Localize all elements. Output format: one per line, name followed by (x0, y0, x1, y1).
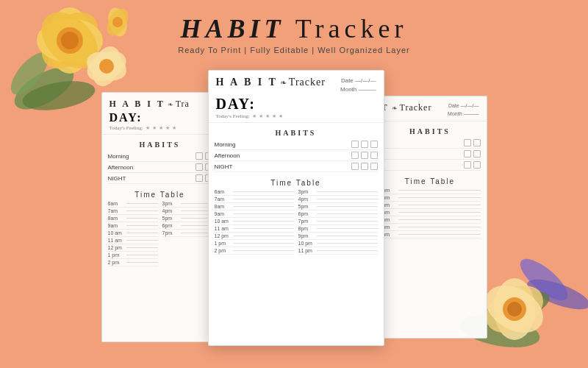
center-month-line: Month ——— (340, 85, 376, 94)
center-habits-title: HABITS (215, 129, 378, 137)
right-habits-section: HABITS (374, 121, 487, 174)
left-card: H A B I T ❧ Tra DAY: Today's Feeling: ★★… (101, 92, 219, 342)
center-heart-icon: ❧ (280, 78, 287, 88)
main-title: HABIT Tracker (0, 13, 588, 44)
center-habit-afternoon: Afternoon (215, 150, 378, 161)
center-card: H A B I T ❧ Tracker Date —/—/— Month ———… (208, 70, 384, 346)
title-light: Tracker (285, 14, 408, 43)
right-tracker-label: Tracker (400, 102, 432, 113)
center-timetable: Time Table 6am 7am 8am 9am 10 am 11 am 1… (209, 175, 384, 256)
left-habit-afternoon-label: Afternoon (108, 164, 145, 171)
left-timetable: Time Table 6am 7am 8am 9am 10 am 11 am 1… (102, 187, 218, 268)
center-card-header: H A B I T ❧ Tracker Date —/—/— Month ———… (209, 71, 384, 123)
center-habit-afternoon-label: Afternoon (215, 152, 251, 159)
right-habit-1 (380, 138, 481, 149)
title-area: HABIT Tracker Ready To Print | Fully Edi… (0, 13, 588, 54)
left-day-label: DAY: (110, 111, 211, 124)
right-habit-2 (380, 149, 481, 160)
right-date-area: Date —/—/— Month ——— (448, 102, 478, 118)
right-habit-3 (380, 160, 481, 171)
left-feeling-label: Today's Feeling: (110, 125, 143, 131)
svg-point-24 (507, 302, 522, 316)
right-date-line: Date —/—/— (448, 102, 478, 110)
right-heart-icon: ❧ (392, 105, 398, 112)
center-habit-night-label: NIGHT (215, 163, 251, 170)
left-tracker-label: Tra (176, 99, 190, 110)
center-time-grid: 6am 7am 8am 9am 10 am 11 am 12 pm 1 pm 2… (215, 188, 378, 255)
center-habits-section: HABITS Morning Afternoon NIGHT (209, 123, 384, 175)
center-habit-morning: Morning (215, 139, 378, 150)
subtitle: Ready To Print | Fully Editable | Well O… (0, 46, 588, 54)
cards-container: H A B I T ❧ Tra DAY: Today's Feeling: ★★… (37, 70, 551, 353)
left-habit-label: H A B I T (110, 99, 165, 110)
left-habit-night-label: NIGHT (108, 175, 145, 182)
right-card-header: T ❧ Tracker Date —/—/— Month ——— (374, 96, 487, 121)
left-habits-section: HABITS Morning Afternoon NIGHT (102, 135, 218, 187)
left-time-grid: 6am 7am 8am 9am 10 am 11 am 12 pm 1 pm 2… (108, 200, 212, 266)
left-habit-morning: Morning (108, 151, 212, 162)
center-timetable-title: Time Table (215, 179, 378, 187)
left-heart-icon: ❧ (168, 101, 173, 108)
center-day-label: DAY: (216, 96, 376, 113)
center-tracker-label: Tracker (289, 77, 326, 88)
title-bold: HABIT (180, 14, 284, 43)
right-card: T ❧ Tracker Date —/—/— Month ——— HABITS (373, 96, 487, 339)
right-month-line: Month ——— (448, 110, 478, 118)
right-timetable-title: Time Table (380, 177, 481, 185)
left-timetable-title: Time Table (108, 191, 212, 199)
center-feeling-label: Today's Feeling: (216, 113, 250, 119)
left-habits-title: HABITS (108, 141, 212, 149)
center-date-line: Date —/—/— (340, 77, 376, 85)
right-time-list: 3pm 4pm 5pm 6pm 7pm 8pm 9pm (380, 187, 481, 238)
center-date-area: Date —/—/— Month ——— (340, 77, 376, 94)
center-habit-label: H A B I T (216, 77, 278, 88)
left-habit-night: NIGHT (108, 173, 212, 184)
svg-point-12 (99, 59, 114, 74)
center-habit-night: NIGHT (215, 161, 378, 172)
left-habit-afternoon: Afternoon (108, 162, 212, 173)
left-habit-morning-label: Morning (108, 153, 145, 160)
right-timetable: Time Table 3pm 4pm 5pm 6pm 7pm 8pm 9pm (374, 174, 487, 240)
left-card-header: H A B I T ❧ Tra DAY: Today's Feeling: ★★… (102, 93, 218, 135)
center-habit-morning-label: Morning (215, 141, 251, 148)
right-habits-title: HABITS (380, 127, 481, 135)
